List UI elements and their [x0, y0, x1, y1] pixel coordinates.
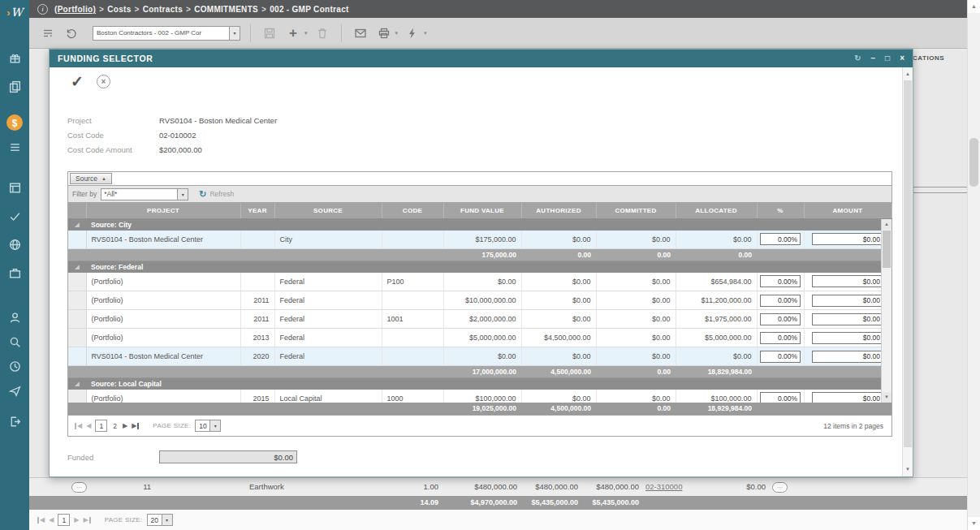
table-scrollbar[interactable]: ▲ ▼ — [881, 219, 891, 403]
funded-input[interactable] — [159, 450, 297, 463]
sync-icon[interactable]: ↻ — [854, 54, 861, 62]
fund-source-row[interactable]: RVS0104 - Boston Medical CenterCity$175,… — [68, 231, 891, 249]
page-size-select[interactable]: 10 ▾ — [195, 420, 221, 432]
column-header[interactable]: ALLOCATED — [676, 203, 757, 218]
scrollbar-thumb[interactable] — [969, 138, 978, 187]
percent-input[interactable] — [760, 295, 801, 307]
row-menu-button[interactable]: ··· — [772, 482, 788, 493]
search-icon[interactable] — [0, 330, 29, 354]
scroll-up-icon[interactable]: ▲ — [882, 219, 891, 230]
email-icon[interactable] — [352, 24, 369, 42]
scroll-down-icon[interactable]: ▼ — [903, 464, 913, 475]
minimize-icon[interactable]: – — [871, 54, 876, 62]
first-page-button[interactable]: ◀ — [75, 423, 82, 429]
page-2-button[interactable]: 2 — [111, 422, 119, 430]
column-header[interactable]: AUTHORIZED — [521, 203, 596, 218]
page-scrollbar[interactable]: ▲ ▼ — [967, 0, 980, 530]
fund-source-row[interactable]: (Portfolio)2011Federal1001$2,000,000.00$… — [68, 310, 891, 329]
cancel-button[interactable]: × — [97, 75, 110, 88]
column-header[interactable] — [68, 203, 86, 218]
last-page-button[interactable]: ▶ — [83, 517, 90, 524]
chevron-down-icon[interactable]: ▾ — [229, 27, 240, 40]
close-icon[interactable]: × — [900, 54, 904, 62]
fund-source-row[interactable]: (Portfolio)2013Federal$5,000,000.00$4,50… — [68, 329, 891, 347]
user-icon[interactable] — [0, 305, 29, 330]
column-header[interactable]: YEAR — [240, 203, 274, 218]
column-header[interactable]: % — [757, 203, 804, 218]
amount-input[interactable] — [812, 275, 883, 287]
group-row[interactable]: ◢Source: Federal — [68, 261, 891, 273]
group-by-bar[interactable]: Source ▲ — [68, 172, 891, 186]
scrollbar-thumb[interactable] — [904, 80, 912, 447]
info-icon[interactable]: i — [37, 4, 48, 15]
row-menu-button[interactable]: ··· — [71, 482, 87, 493]
percent-input[interactable] — [760, 233, 801, 245]
tasks-icon[interactable] — [0, 135, 29, 159]
dialog-scrollbar[interactable]: ▲ ▼ — [902, 67, 913, 476]
scrollbar-thumb[interactable] — [883, 231, 891, 268]
percent-input[interactable] — [760, 313, 801, 325]
page-size-select[interactable]: 20 ▾ — [147, 514, 173, 526]
next-page-button[interactable]: ▶ — [123, 423, 127, 429]
history-icon[interactable] — [0, 354, 29, 378]
column-header[interactable]: COMMITTED — [596, 203, 676, 218]
delete-icon[interactable] — [313, 24, 331, 42]
percent-input[interactable] — [760, 392, 801, 402]
column-header[interactable]: CODE — [382, 203, 443, 218]
percent-input[interactable] — [760, 332, 801, 344]
scroll-down-icon[interactable]: ▼ — [882, 392, 891, 403]
percent-input[interactable] — [760, 351, 801, 363]
refresh-button[interactable]: ↻ Refresh — [199, 190, 234, 199]
amount-input[interactable] — [812, 392, 883, 402]
app-logo[interactable]: › W — [0, 0, 29, 24]
forms-icon[interactable] — [0, 175, 29, 200]
recent-history-icon[interactable] — [63, 24, 80, 42]
actions-menu-chevron-icon[interactable]: ▾ — [424, 30, 427, 37]
add-menu-chevron-icon[interactable]: ▾ — [304, 30, 308, 37]
last-page-button[interactable]: ▶ — [132, 423, 139, 429]
scroll-up-icon[interactable]: ▲ — [903, 69, 913, 80]
group-row[interactable]: ◢Source: City — [68, 219, 891, 231]
print-icon[interactable] — [375, 24, 393, 42]
print-menu-chevron-icon[interactable]: ▾ — [395, 30, 399, 37]
actions-bolt-icon[interactable] — [404, 24, 421, 42]
breadcrumb-item[interactable]: (Portfolio) — [54, 5, 96, 14]
accept-button[interactable]: ✓ — [71, 74, 84, 89]
briefcase-icon[interactable] — [0, 261, 29, 285]
filter-select[interactable]: *All* ▾ — [101, 188, 188, 200]
amount-input[interactable] — [812, 351, 883, 363]
documents-icon[interactable] — [0, 74, 29, 98]
column-header[interactable]: SOURCE — [274, 203, 382, 218]
current-page[interactable]: 1 — [58, 514, 70, 526]
save-icon[interactable] — [261, 24, 278, 42]
prev-page-button[interactable]: ◀ — [86, 423, 91, 429]
cost-code-link[interactable]: 02-310000 — [645, 482, 682, 491]
column-header[interactable]: FUND VALUE — [443, 203, 521, 218]
logout-icon[interactable] — [0, 409, 29, 433]
chevron-down-icon[interactable]: ▾ — [177, 189, 188, 200]
send-icon[interactable] — [0, 378, 29, 403]
percent-input[interactable] — [760, 275, 801, 287]
dialog-header[interactable]: FUNDING SELECTOR ↻ – □ × — [50, 50, 913, 67]
fund-source-row[interactable]: (Portfolio)FederalP100$0.00$0.00$0.00$65… — [68, 273, 891, 291]
amount-input[interactable] — [812, 233, 883, 245]
approvals-icon[interactable] — [0, 204, 29, 228]
scroll-up-icon[interactable]: ▲ — [968, 0, 980, 13]
next-page-button[interactable]: ▶ — [74, 517, 79, 524]
commitment-item-row[interactable]: ··· 11 Earthwork 1.00 $480,000.00 $480,0… — [29, 477, 967, 496]
page-1-button[interactable]: 1 — [95, 420, 107, 432]
globe-icon[interactable] — [0, 232, 29, 256]
scroll-down-icon[interactable]: ▼ — [968, 517, 980, 530]
column-header[interactable]: PROJECT — [86, 203, 240, 218]
amount-input[interactable] — [812, 332, 883, 344]
maximize-icon[interactable]: □ — [885, 54, 890, 62]
fund-source-row[interactable]: RVS0104 - Boston Medical Center2020Feder… — [68, 347, 891, 366]
record-selector[interactable]: Boston Contractors - 002 - GMP Cor ▾ — [93, 26, 240, 41]
amount-input[interactable] — [812, 295, 883, 307]
group-row[interactable]: ◢Source: Local Capital — [68, 378, 891, 390]
gift-icon[interactable] — [0, 45, 29, 70]
list-menu-icon[interactable] — [39, 24, 57, 42]
group-by-source-chip[interactable]: Source ▲ — [70, 173, 112, 184]
fund-source-row[interactable]: (Portfolio)2011Federal$10,000,000.00$0.0… — [68, 291, 891, 310]
first-page-button[interactable]: ◀ — [37, 517, 45, 524]
